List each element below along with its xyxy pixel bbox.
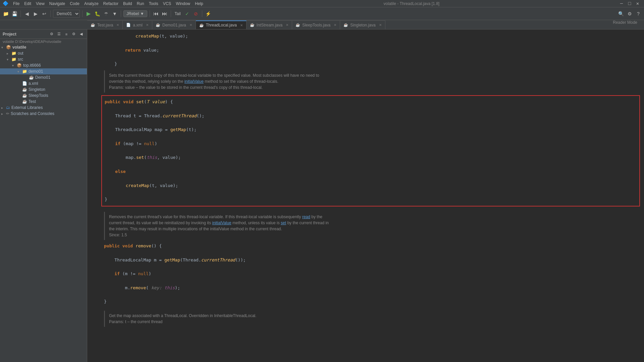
toolbar-stop-tail[interactable]: ⊘	[192, 10, 200, 17]
sidebar-item-volatile[interactable]: ▾ 📦 volatile	[0, 44, 87, 50]
tab-icon-test: ☕	[91, 23, 95, 27]
tab-singleton-java[interactable]: ☕ Singleton.java ✕	[340, 20, 385, 29]
sidebar-item-top-it6666[interactable]: ▾ 📦 top.it6666	[0, 62, 87, 68]
toolbar-back-button[interactable]: ◀	[23, 10, 31, 17]
initialValue-link-2[interactable]: initialValue	[212, 221, 231, 225]
sidebar-item-demo01[interactable]: ▾ 📁 demo01	[0, 68, 87, 74]
tree-label-sleeptools: SleepTools	[29, 93, 48, 98]
sidebar-hide-btn[interactable]: ◀	[78, 31, 84, 37]
tab-label-singleton: Singleton.java	[350, 23, 375, 27]
menu-help[interactable]: Help	[193, 1, 205, 7]
tab-test-java[interactable]: ☕ Test.java ✕	[87, 20, 123, 29]
menu-file[interactable]: File	[11, 1, 21, 7]
tab-intstream-java[interactable]: ☕ IntStream.java ✕	[247, 20, 292, 29]
tab-close-singleton[interactable]: ✕	[379, 23, 382, 27]
sidebar-item-src[interactable]: ▾ 📁 src	[0, 56, 87, 62]
menu-edit[interactable]: Edit	[22, 1, 33, 7]
menu-refactor[interactable]: Refactor	[101, 1, 120, 7]
close-button[interactable]: ✕	[634, 0, 641, 7]
menu-analyze[interactable]: Analyze	[82, 1, 101, 7]
toolbar-run-config-coverage[interactable]: ☂	[102, 10, 110, 17]
minimize-button[interactable]: ─	[618, 0, 625, 7]
code-above: createMap(t, value); return value; }	[104, 33, 637, 68]
menu-run[interactable]: Run	[135, 1, 146, 7]
code-editor[interactable]: createMap(t, value); return value; } Set…	[87, 29, 644, 362]
sidebar-settings-btn[interactable]: ⚙	[49, 31, 55, 37]
tree-label-volatile: volatile	[12, 45, 26, 50]
menu-code[interactable]: Code	[68, 1, 82, 7]
menu-bar: 🔷 File Edit View Navigate Code Analyze R…	[0, 0, 644, 7]
menu-build[interactable]: Build	[121, 1, 134, 7]
tab-icon-intstream: ☕	[250, 23, 255, 27]
toolbar-search-everywhere[interactable]: 🔍	[617, 10, 625, 17]
tab-close-xml[interactable]: ✕	[146, 23, 149, 27]
toolbar-run-config-debug[interactable]: 🐛	[94, 10, 101, 17]
sidebar-item-out[interactable]: ▸ 📁 out	[0, 50, 87, 56]
toolbar-tail-toggle[interactable]: ✓	[183, 10, 191, 17]
tree-label-demo01: demo01	[29, 69, 43, 74]
tree-label-out: out	[18, 51, 23, 56]
tab-label-test: Test.java	[97, 23, 113, 27]
toolbar-sep-5	[150, 10, 150, 17]
tab-sleeptools-java[interactable]: ☕ SleepTools.java ✕	[292, 20, 340, 29]
toolbar-open-button[interactable]: 📁	[2, 10, 9, 17]
toolbar-step-into[interactable]: ⏭	[161, 10, 168, 17]
tab-a-xml[interactable]: 📄 a.xml ✕	[123, 20, 152, 29]
menu-tools[interactable]: Tools	[147, 1, 160, 7]
set-link[interactable]: set	[281, 221, 286, 225]
tab-threadlocal-java[interactable]: ☕ ThreadLocal.java ✕	[196, 20, 247, 29]
javadoc-set-comment: Sets the current thread's copy of this t…	[104, 70, 339, 93]
toolbar-save-button[interactable]: 💾	[11, 10, 18, 17]
tree-icon-volatile: 📦	[6, 45, 11, 50]
read-link[interactable]: read	[302, 215, 310, 219]
jrebel-dropdown[interactable]: JRebel ▼	[123, 10, 147, 17]
toolbar-help[interactable]: ?	[635, 10, 642, 17]
toolbar-extra-1[interactable]: ⚡	[205, 10, 212, 17]
toolbar-settings[interactable]: ⚙	[626, 10, 633, 17]
menu-navigate[interactable]: Navigate	[47, 1, 67, 7]
tab-label-sleeptools: SleepTools.java	[302, 23, 330, 27]
sidebar-item-axml[interactable]: ▸ 📄 a.xml	[0, 80, 87, 86]
tab-close-demo01[interactable]: ✕	[190, 23, 192, 27]
toolbar-sep-2	[50, 10, 51, 17]
toolbar-step-over[interactable]: ⏮	[152, 10, 160, 17]
menu-vcs[interactable]: VCS	[161, 1, 173, 7]
tab-icon-threadlocal: ☕	[199, 23, 204, 27]
tree-icon-demo01: 📁	[22, 69, 27, 74]
tab-close-threadlocal[interactable]: ✕	[240, 23, 243, 27]
sidebar-item-external-libs[interactable]: ▸ 🗂 External Libraries	[0, 105, 87, 111]
tab-icon-demo01: ☕	[156, 23, 160, 27]
sidebar-item-demo01-java[interactable]: ▸ ☕ Demo01	[0, 74, 87, 80]
code-remove-method: public void remove() { ThreadLocalMap m …	[104, 243, 637, 305]
initialValue-link-1[interactable]: initialValue	[184, 79, 204, 84]
tree-label-scratches: Scratches and Consoles	[11, 111, 54, 116]
tree-icon-demo01-java: ☕	[29, 75, 34, 80]
toolbar-run-config-dropdown[interactable]: ▼	[111, 10, 118, 17]
tab-close-test[interactable]: ✕	[116, 23, 119, 27]
javadoc-remove-text: Removes the current thread's value for t…	[109, 215, 329, 231]
tab-close-sleeptools[interactable]: ✕	[334, 23, 336, 27]
sidebar-expand-btn[interactable]: ⚙	[71, 31, 77, 37]
tree-arrow-demo01: ▾	[17, 70, 21, 73]
sidebar-item-test[interactable]: ▸ ☕ Test	[0, 99, 87, 105]
toolbar-undo-button[interactable]: ↩	[41, 10, 48, 17]
sidebar-header: Project ⚙ ☰ ≡ ⚙ ◀	[0, 29, 87, 39]
sidebar-item-singleton[interactable]: ▸ ☕ Singleton	[0, 86, 87, 93]
tree-arrow-top: ▾	[12, 64, 16, 67]
toolbar-forward-button[interactable]: ▶	[32, 10, 39, 17]
toolbar-run-config-play[interactable]: ▶	[85, 10, 92, 17]
toolbar-sep-4	[121, 10, 121, 17]
menu-window[interactable]: Window	[174, 1, 192, 7]
tab-icon-singleton: ☕	[343, 23, 348, 27]
sidebar-item-scratches[interactable]: ▸ ✏ Scratches and Consoles	[0, 111, 87, 117]
menu-view[interactable]: View	[34, 1, 47, 7]
sidebar-collapse-btn[interactable]: ≡	[63, 31, 69, 37]
sidebar-layout-btn[interactable]: ☰	[56, 31, 62, 37]
tab-close-intstream[interactable]: ✕	[286, 23, 288, 27]
tab-demo01-java[interactable]: ☕ Demo01.java ✕	[152, 20, 196, 29]
tree-arrow-src: ▾	[7, 58, 11, 61]
project-dropdown[interactable]: Demo01	[53, 10, 80, 18]
sidebar-item-sleeptools[interactable]: ▸ ☕ SleepTools	[0, 93, 87, 99]
maximize-button[interactable]: □	[626, 0, 633, 7]
reader-mode-button[interactable]: Reader Mode	[613, 20, 637, 25]
